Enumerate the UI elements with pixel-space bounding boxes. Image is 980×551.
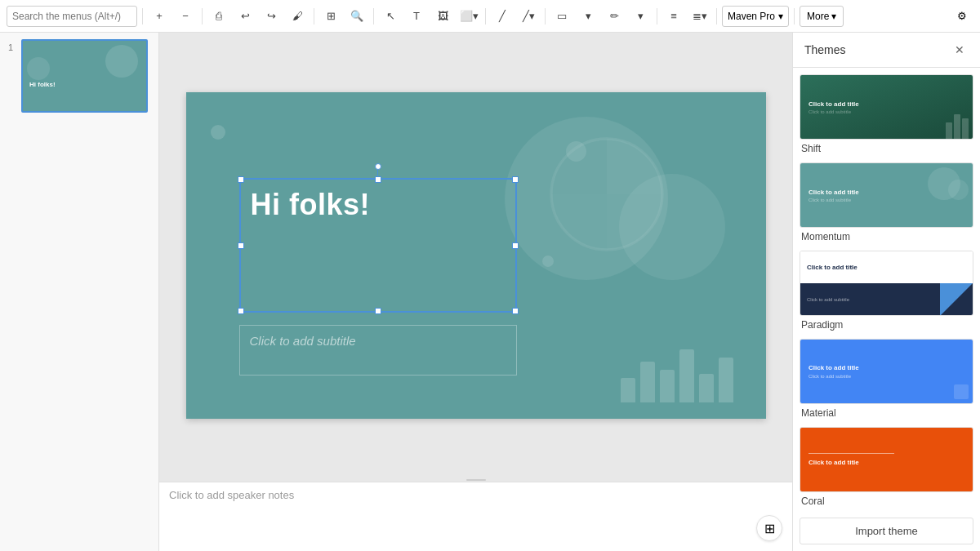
toolbar-separator-6 <box>545 8 546 24</box>
deco-bubble-1 <box>211 125 225 140</box>
font-name-label: Maven Pro <box>728 11 775 22</box>
slide-canvas-wrapper[interactable]: Hi folks! Click to add subtitle <box>159 33 792 478</box>
more-button[interactable]: More ▾ <box>800 6 844 27</box>
settings-button[interactable]: ⚙ <box>951 5 973 28</box>
print-button[interactable]: ⎙ <box>207 5 230 28</box>
theme-item-material[interactable]: Click to add title Click to add subtitle… <box>800 339 973 419</box>
editor-area: Hi folks! Click to add subtitle Click to… <box>159 33 792 551</box>
settings-icon: ⚙ <box>957 10 967 22</box>
menu-search-input[interactable] <box>7 6 137 27</box>
toolbar-separator-1 <box>142 8 143 24</box>
border-options-button[interactable]: ▾ <box>629 5 652 28</box>
theme-item-coral[interactable]: Click to add title Coral <box>800 427 973 507</box>
main-layout: 1 Hi folks! <box>0 33 980 551</box>
notes-placeholder[interactable]: Click to add speaker notes <box>169 489 782 501</box>
handle-bottom-left[interactable] <box>238 308 244 314</box>
deco-bar-chart <box>621 349 733 402</box>
theme-preview-coral[interactable]: Click to add title <box>800 427 973 492</box>
theme-preview-shift[interactable]: Click to add title Click to add subtitle <box>800 74 973 140</box>
close-icon: ✕ <box>955 43 964 56</box>
handle-middle-right[interactable] <box>512 242 519 249</box>
line-spacing-button[interactable]: ≡ <box>662 5 685 28</box>
import-theme-button[interactable]: Import theme <box>800 518 973 544</box>
fill-options-button[interactable]: ▾ <box>577 5 599 28</box>
more-dropdown-icon: ▾ <box>831 11 836 22</box>
slide-canvas[interactable]: Hi folks! Click to add subtitle <box>186 92 766 419</box>
undo-button[interactable]: ↩ <box>234 5 256 28</box>
deco-pie-chart <box>537 125 676 264</box>
font-dropdown-icon: ▾ <box>778 11 783 22</box>
thumb-title-text: Hi folks! <box>29 81 56 88</box>
shape-button[interactable]: ⬜▾ <box>457 5 480 28</box>
theme-name-momentum: Momentum <box>800 231 973 242</box>
theme-preview-material[interactable]: Click to add title Click to add subtitle <box>800 339 973 404</box>
toolbar: + − ⎙ ↩ ↪ 🖌 ⊞ 🔍 ↖ T 🖼 ⬜▾ ╱ ╱▾ ▭ ▾ ✏ ▾ ≡ … <box>0 0 980 33</box>
theme-item-momentum[interactable]: Click to add title Click to add subtitle… <box>800 162 973 242</box>
subtitle-placeholder-text[interactable]: Click to add subtitle <box>240 326 516 356</box>
toolbar-separator-4 <box>373 8 374 24</box>
line-spacing-options-button[interactable]: ≣▾ <box>688 5 711 28</box>
toolbar-separator-5 <box>485 8 486 24</box>
deco-bar-3 <box>660 370 675 402</box>
image-insert-button[interactable]: 🖼 <box>431 5 454 28</box>
toolbar-separator-2 <box>202 8 203 24</box>
slide-thumb-container: 1 Hi folks! <box>5 39 154 113</box>
rotate-handle[interactable] <box>375 163 381 170</box>
toolbar-separator-3 <box>314 8 314 24</box>
handle-top-right[interactable] <box>512 176 519 183</box>
notes-area[interactable]: Click to add speaker notes ⊞ <box>159 482 792 551</box>
toolbar-separator-7 <box>657 8 657 24</box>
paint-format-button[interactable]: 🖌 <box>286 5 309 28</box>
subtitle-textbox[interactable]: Click to add subtitle <box>239 325 517 375</box>
toolbar-separator-8 <box>716 8 717 24</box>
theme-name-shift: Shift <box>800 143 973 154</box>
title-textbox[interactable]: Hi folks! <box>239 178 517 313</box>
handle-bottom-center[interactable] <box>375 308 381 314</box>
zoom-in-button[interactable]: + <box>148 5 171 28</box>
more-label: More <box>807 11 829 22</box>
text-tool-button[interactable]: T <box>405 5 428 28</box>
themes-list: Click to add title Click to add subtitle… <box>793 68 980 511</box>
theme-name-paradigm: Paradigm <box>800 319 973 331</box>
line-button[interactable]: ╱ <box>491 5 514 28</box>
slide-number-1: 1 <box>5 39 16 52</box>
themes-close-button[interactable]: ✕ <box>951 41 969 59</box>
handle-bottom-right[interactable] <box>512 308 519 314</box>
deco-bubble-3 <box>542 256 554 267</box>
notes-expand-button[interactable]: ⊞ <box>756 515 782 541</box>
zoom-fit-button[interactable]: 🔍 <box>345 5 368 28</box>
deco-bar-2 <box>640 362 655 402</box>
theme-name-coral: Coral <box>800 495 973 507</box>
deco-bar-6 <box>719 358 733 402</box>
thumb-deco-circle1 <box>105 45 138 78</box>
slides-panel: 1 Hi folks! <box>0 33 159 551</box>
thumb-deco-circle2 <box>27 57 50 80</box>
themes-panel: Themes ✕ Click to add title Click to add… <box>792 33 980 551</box>
handle-middle-left[interactable] <box>238 242 244 249</box>
border-color-button[interactable]: ✏ <box>603 5 626 28</box>
theme-item-paradigm[interactable]: Click to add title Click to add subtitle… <box>800 251 973 331</box>
slide-thumbnail-1[interactable]: Hi folks! <box>21 39 148 113</box>
font-selector[interactable]: Maven Pro ▾ <box>722 6 789 27</box>
toolbar-separator-9 <box>794 8 795 24</box>
notes-expand-icon: ⊞ <box>764 521 775 536</box>
select-tool-button[interactable]: ↖ <box>379 5 402 28</box>
themes-panel-header: Themes ✕ <box>793 33 980 68</box>
handle-top-left[interactable] <box>238 176 244 183</box>
themes-panel-title: Themes <box>804 43 846 56</box>
theme-item-shift[interactable]: Click to add title Click to add subtitle… <box>800 74 973 154</box>
title-text-content[interactable]: Hi folks! <box>241 180 515 230</box>
zoom-out-button[interactable]: − <box>174 5 197 28</box>
deco-bubble-2 <box>566 141 586 162</box>
line-options-button[interactable]: ╱▾ <box>517 5 540 28</box>
deco-bar-4 <box>679 349 694 402</box>
deco-bar-1 <box>621 378 635 402</box>
theme-preview-momentum[interactable]: Click to add title Click to add subtitle <box>800 162 973 228</box>
handle-top-center[interactable] <box>375 176 381 183</box>
zoom-select-button[interactable]: ⊞ <box>319 5 342 28</box>
theme-preview-paradigm[interactable]: Click to add title Click to add subtitle <box>800 251 973 316</box>
fill-color-button[interactable]: ▭ <box>550 5 573 28</box>
theme-name-material: Material <box>800 407 973 419</box>
redo-button[interactable]: ↪ <box>260 5 283 28</box>
deco-bar-5 <box>699 374 714 402</box>
